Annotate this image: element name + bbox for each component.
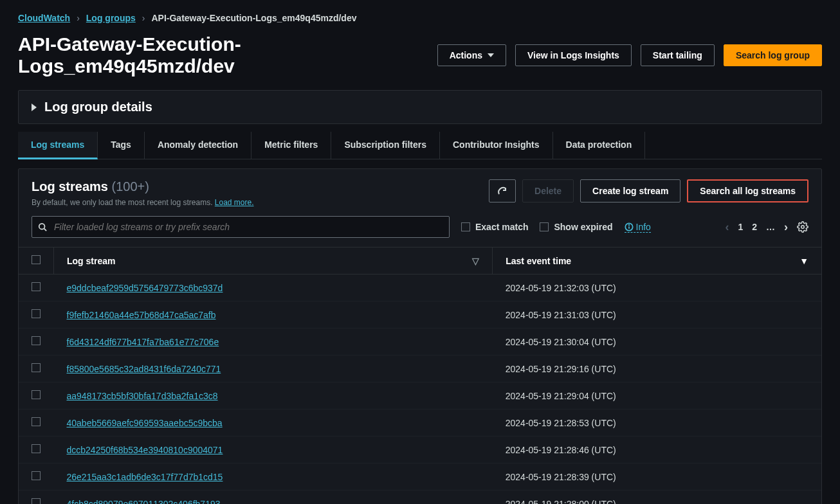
last-event-time: 2024-05-19 21:30:04 (UTC) xyxy=(493,328,821,356)
log-stream-link[interactable]: 40abeb5669aefc969593aaebc5c9bcba xyxy=(67,418,223,428)
page-header: API-Gateway-Execution-Logs_em49q45mzd/de… xyxy=(18,33,822,77)
exact-match-toggle[interactable]: Exact match xyxy=(461,222,528,232)
streams-subtext: By default, we only load the most recent… xyxy=(32,198,254,207)
filter-search xyxy=(32,216,450,238)
breadcrumb-current: API-Gateway-Execution-Logs_em49q45mzd/de… xyxy=(151,13,356,23)
streams-title: Log streams (100+) xyxy=(32,179,149,194)
tab-tags[interactable]: Tags xyxy=(98,132,145,159)
last-event-time: 2024-05-19 21:32:03 (UTC) xyxy=(493,274,821,302)
streams-count: (100+) xyxy=(112,179,149,194)
tab-subscription-filters[interactable]: Subscription filters xyxy=(331,132,440,159)
streams-title-text: Log streams xyxy=(32,179,108,194)
actions-dropdown[interactable]: Actions xyxy=(437,44,506,66)
search-icon xyxy=(38,222,47,231)
checkbox-icon xyxy=(540,222,549,231)
start-tailing-button[interactable]: Start tailing xyxy=(641,44,715,66)
info-link[interactable]: Info xyxy=(625,222,651,233)
row-checkbox[interactable] xyxy=(32,282,41,291)
row-checkbox[interactable] xyxy=(32,390,41,399)
svg-point-4 xyxy=(628,224,629,225)
row-checkbox[interactable] xyxy=(32,444,41,453)
page-title: API-Gateway-Execution-Logs_em49q45mzd/de… xyxy=(18,33,428,77)
svg-point-0 xyxy=(39,224,45,230)
row-checkbox[interactable] xyxy=(32,363,41,372)
create-log-stream-button[interactable]: Create log stream xyxy=(580,179,680,203)
details-title: Log group details xyxy=(44,100,152,114)
table-row: aa948173cb5bf30bfa17d3ba2fa1c3c82024-05-… xyxy=(19,382,821,410)
svg-line-1 xyxy=(44,229,47,231)
actions-label: Actions xyxy=(450,50,482,60)
svg-point-5 xyxy=(801,226,805,229)
settings-button[interactable] xyxy=(797,221,808,233)
log-stream-link[interactable]: 4fcb8cd89079e697011302c406fb7193 xyxy=(67,499,221,505)
table-row: 40abeb5669aefc969593aaebc5c9bcba2024-05-… xyxy=(19,410,821,437)
row-checkbox[interactable] xyxy=(32,336,41,345)
log-streams-table: Log stream ▽ Last event time ▼ e9ddcbeaf… xyxy=(19,247,821,504)
col-last-event-time[interactable]: Last event time ▼ xyxy=(493,248,821,274)
breadcrumb: CloudWatch › Log groups › API-Gateway-Ex… xyxy=(18,13,822,23)
tab-anomaly-detection[interactable]: Anomaly detection xyxy=(145,132,251,159)
log-stream-link[interactable]: aa948173cb5bf30bfa17d3ba2fa1c3c8 xyxy=(67,391,218,401)
select-all-checkbox[interactable] xyxy=(32,255,41,264)
table-row: 4fcb8cd89079e697011302c406fb71932024-05-… xyxy=(19,491,821,505)
tab-data-protection[interactable]: Data protection xyxy=(553,132,646,159)
breadcrumb-root[interactable]: CloudWatch xyxy=(18,13,70,23)
view-logs-insights-button[interactable]: View in Logs Insights xyxy=(515,44,632,66)
last-event-time: 2024-05-19 21:31:03 (UTC) xyxy=(493,302,821,328)
last-event-time: 2024-05-19 21:28:53 (UTC) xyxy=(493,410,821,437)
log-stream-link[interactable]: dccb24250f68b534e3940810c9004071 xyxy=(67,445,223,455)
show-expired-toggle[interactable]: Show expired xyxy=(540,222,612,232)
page-2[interactable]: 2 xyxy=(752,222,757,232)
refresh-icon xyxy=(497,186,507,196)
log-stream-link[interactable]: e9ddcbeaf2959d5756479773c6bc937d xyxy=(67,283,223,293)
search-all-log-streams-button[interactable]: Search all log streams xyxy=(687,179,808,203)
chevron-right-icon: › xyxy=(77,13,80,23)
table-row: f6d43124df677b417fa7ba61e77c706e2024-05-… xyxy=(19,328,821,356)
log-group-details-panel[interactable]: Log group details xyxy=(18,90,822,124)
tab-log-streams[interactable]: Log streams xyxy=(18,132,98,159)
log-stream-link[interactable]: f9fefb21460a44e57b68d47ca5ac7afb xyxy=(67,310,216,320)
row-checkbox[interactable] xyxy=(32,417,41,426)
log-stream-link[interactable]: f85800e5685c32ad8431f6da7240c771 xyxy=(67,364,221,374)
col-log-stream[interactable]: Log stream ▽ xyxy=(54,248,493,274)
table-row: f85800e5685c32ad8431f6da7240c7712024-05-… xyxy=(19,356,821,382)
row-checkbox[interactable] xyxy=(32,309,41,318)
caret-down-icon xyxy=(488,53,494,57)
pagination: ‹ 1 2 … › xyxy=(725,221,808,234)
log-streams-panel: Log streams (100+) By default, we only l… xyxy=(18,168,822,504)
tab-metric-filters[interactable]: Metric filters xyxy=(251,132,331,159)
row-checkbox[interactable] xyxy=(32,498,41,504)
table-row: e9ddcbeaf2959d5756479773c6bc937d2024-05-… xyxy=(19,274,821,302)
sort-icon: ▽ xyxy=(472,256,479,266)
refresh-button[interactable] xyxy=(489,179,516,203)
tabs: Log streams Tags Anomaly detection Metri… xyxy=(18,132,822,159)
delete-button: Delete xyxy=(522,179,574,203)
breadcrumb-parent[interactable]: Log groups xyxy=(86,13,136,23)
table-row: dccb24250f68b534e3940810c90040712024-05-… xyxy=(19,437,821,464)
search-log-group-button[interactable]: Search log group xyxy=(724,44,822,66)
info-icon xyxy=(625,222,634,231)
log-stream-link[interactable]: f6d43124df677b417fa7ba61e77c706e xyxy=(67,337,219,347)
table-row: 26e215aa3c1adb6de3c17f77d7b1cd152024-05-… xyxy=(19,464,821,491)
gear-icon xyxy=(797,221,808,233)
sort-desc-icon: ▼ xyxy=(799,256,808,266)
chevron-right-icon: › xyxy=(142,13,145,23)
last-event-time: 2024-05-19 21:29:04 (UTC) xyxy=(493,382,821,410)
page-1[interactable]: 1 xyxy=(738,222,743,232)
last-event-time: 2024-05-19 21:29:16 (UTC) xyxy=(493,356,821,382)
last-event-time: 2024-05-19 21:28:39 (UTC) xyxy=(493,464,821,491)
log-stream-link[interactable]: 26e215aa3c1adb6de3c17f77d7b1cd15 xyxy=(67,472,223,482)
last-event-time: 2024-05-19 21:28:46 (UTC) xyxy=(493,437,821,464)
filter-input[interactable] xyxy=(32,216,450,238)
last-event-time: 2024-05-19 21:28:00 (UTC) xyxy=(493,491,821,505)
page-ellipsis: … xyxy=(766,222,775,232)
page-next[interactable]: › xyxy=(784,221,788,234)
tab-contributor-insights[interactable]: Contributor Insights xyxy=(440,132,553,159)
table-row: f9fefb21460a44e57b68d47ca5ac7afb2024-05-… xyxy=(19,302,821,328)
caret-right-icon xyxy=(32,104,37,111)
load-more-link[interactable]: Load more. xyxy=(215,198,254,207)
row-checkbox[interactable] xyxy=(32,471,41,480)
checkbox-icon xyxy=(461,222,470,231)
page-prev: ‹ xyxy=(725,221,729,234)
